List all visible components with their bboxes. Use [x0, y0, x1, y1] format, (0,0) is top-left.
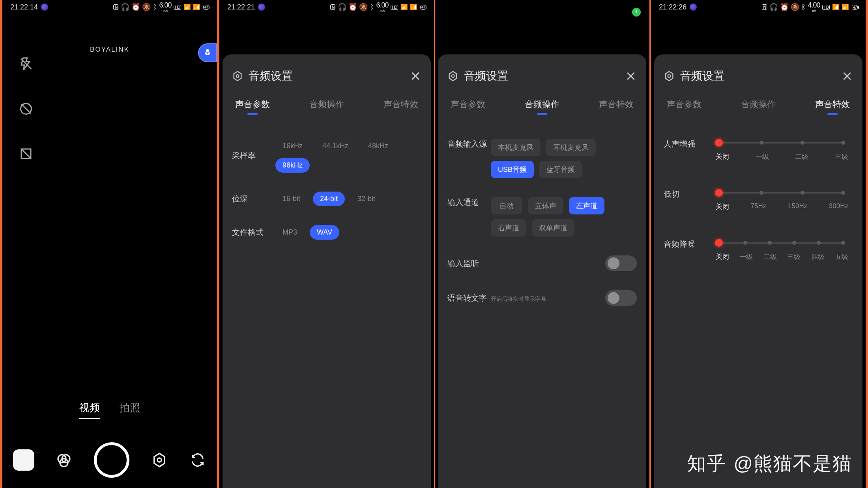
tab-sound-params[interactable]: 声音参数	[235, 99, 270, 115]
close-icon	[625, 70, 637, 82]
opt-44khz[interactable]: 44.1kHz	[315, 139, 355, 153]
row-speech-to-text: 语音转文字 开启后将实时显示字幕	[447, 290, 637, 306]
timer-off-icon	[19, 102, 33, 116]
sheet-title: 音频设置	[464, 69, 619, 84]
grid-off-icon	[19, 147, 33, 161]
alarm-icon: ⏰	[348, 3, 357, 11]
row-file-format: 文件格式 MP3 WAV	[232, 225, 421, 240]
mute-icon: 🔕	[142, 3, 150, 11]
svg-marker-9	[449, 71, 457, 80]
settings-screen-fx: 21:22:26 N 🎧 ⏰ 🔕 ᛒ 4.00K/s HD 📶 📶 47 音频设…	[651, 0, 866, 488]
flash-off-button[interactable]	[17, 55, 35, 73]
audio-settings-sheet: 音频设置 声音参数 音频操作 声音特效 人声增强 关闭	[654, 54, 862, 488]
tab-audio-ops[interactable]: 音频操作	[525, 99, 559, 115]
wifi-icon: 📶	[400, 4, 408, 11]
gear-icon	[152, 452, 167, 468]
row-input-channel: 输入通道 自动 立体声 左声道 右声道 双单声道	[447, 197, 637, 237]
gear-icon	[447, 71, 458, 82]
switch-camera-button[interactable]	[189, 451, 206, 469]
label-input-monitor: 输入监听	[447, 258, 479, 269]
opt-stereo[interactable]: 立体声	[528, 197, 563, 214]
slider-noise-reduction[interactable]	[719, 239, 845, 247]
opt-auto[interactable]: 自动	[491, 197, 522, 214]
battery-icon: 47	[852, 5, 858, 10]
tab-audio-ops[interactable]: 音频操作	[309, 99, 344, 115]
gallery-thumbnail[interactable]	[13, 449, 34, 471]
close-icon	[410, 70, 421, 82]
tab-sound-params[interactable]: 声音参数	[667, 99, 702, 115]
close-button[interactable]	[625, 70, 637, 82]
tab-sound-fx[interactable]: 声音特效	[383, 99, 418, 115]
status-bar: 21:22:14 N 🎧 ⏰ 🔕 ᛒ 6.00K/s HD 📶 📶 47	[2, 0, 217, 14]
svg-marker-5	[154, 453, 165, 466]
opt-48khz[interactable]: 48kHz	[361, 139, 395, 153]
opt-headset-mic[interactable]: 耳机麦克风	[546, 139, 596, 156]
opt-right[interactable]: 右声道	[491, 219, 526, 237]
close-button[interactable]	[410, 70, 421, 82]
slider-voice-enhance[interactable]	[719, 139, 845, 147]
mic-bubble-button[interactable]	[198, 43, 217, 62]
tab-sound-params[interactable]: 声音参数	[451, 99, 485, 115]
filters-button[interactable]	[55, 451, 73, 469]
opt-16khz[interactable]: 16kHz	[275, 139, 310, 153]
nfc-icon: N	[330, 4, 335, 10]
label-voice-enhance: 人声增强	[664, 139, 699, 149]
bluetooth-icon: ᛒ	[801, 3, 805, 11]
assistant-dot-icon	[41, 4, 48, 11]
opt-left[interactable]: 左声道	[569, 197, 604, 214]
tab-audio-ops[interactable]: 音频操作	[741, 99, 776, 115]
grid-off-button[interactable]	[17, 145, 35, 162]
opt-bt-audio[interactable]: 蓝牙音频	[539, 161, 582, 178]
battery-icon: 47	[420, 5, 426, 10]
audio-settings-sheet: 音频设置 声音参数 音频操作 声音特效 音频输入源 本机麦克风 耳机麦克风 US…	[438, 54, 646, 488]
shutter-button[interactable]	[94, 442, 129, 478]
hd-icon: HD	[391, 5, 398, 10]
opt-mp3[interactable]: MP3	[275, 225, 304, 240]
svg-point-8	[236, 75, 239, 78]
watermark: 知乎 @熊猫不是猫	[687, 451, 852, 476]
row-bit-depth: 位深 16-bit 24-bit 32-bit	[232, 192, 421, 206]
signal-icon: 📶	[410, 4, 417, 11]
settings-button[interactable]	[151, 451, 168, 469]
settings-tabs: 声音参数 音频操作 声音特效	[235, 99, 418, 115]
opt-16bit[interactable]: 16-bit	[275, 192, 307, 206]
svg-point-10	[452, 75, 455, 78]
label-file-format: 文件格式	[232, 227, 275, 238]
svg-point-12	[668, 75, 671, 78]
fx-low-cut: 低切 关闭 75Hz 150Hz 300Hz	[664, 189, 853, 211]
status-right: N 🎧 ⏰ 🔕 ᛒ 6.00K/s HD 📶 📶 47	[113, 1, 209, 13]
switch-input-monitor[interactable]	[605, 255, 637, 271]
app-title: BOYALINK	[2, 46, 217, 54]
hd-icon: HD	[174, 5, 181, 10]
timer-off-button[interactable]	[17, 100, 35, 117]
audio-settings-sheet: 音频设置 声音参数 音频操作 声音特效 采样率 16kHz 44.1kHz 48…	[223, 54, 431, 488]
switch-camera-icon	[190, 452, 206, 468]
status-time: 21:22:26	[659, 3, 687, 11]
status-right: N 🎧 ⏰ 🔕 ᛒ 6.00K/s HD 📶 📶 47	[330, 1, 426, 13]
mode-video[interactable]: 视频	[79, 401, 100, 419]
signal-icon: 📶	[842, 4, 849, 11]
mute-icon: 🔕	[791, 3, 799, 11]
tab-sound-fx[interactable]: 声音特效	[815, 99, 850, 115]
opt-24bit[interactable]: 24-bit	[313, 192, 345, 206]
status-bar: 21:22:21 N 🎧 ⏰ 🔕 ᛒ 6.00K/s HD 📶 📶 47	[219, 0, 434, 14]
mode-photo[interactable]: 拍照	[120, 401, 140, 419]
zhihu-logo: 知乎	[687, 451, 726, 476]
label-low-cut: 低切	[664, 189, 699, 199]
opt-device-mic[interactable]: 本机麦克风	[491, 139, 541, 156]
close-button[interactable]	[841, 70, 853, 82]
nfc-icon: N	[762, 4, 767, 10]
opt-dual-mono[interactable]: 双单声道	[532, 219, 574, 237]
battery-icon: 47	[203, 5, 209, 10]
slider-low-cut[interactable]	[719, 189, 845, 197]
tab-sound-fx[interactable]: 声音特效	[599, 99, 634, 115]
opt-32bit[interactable]: 32-bit	[350, 192, 382, 206]
camera-screen: 21:22:14 N 🎧 ⏰ 🔕 ᛒ 6.00K/s HD 📶 📶 47 BOY…	[2, 0, 217, 488]
opt-wav[interactable]: WAV	[310, 225, 339, 240]
bluetooth-icon: ᛒ	[370, 3, 374, 11]
opt-usb-audio[interactable]: USB音频	[491, 161, 534, 178]
flash-off-icon	[19, 57, 33, 71]
switch-speech-to-text[interactable]	[605, 290, 637, 306]
status-bar: 21:22:26 N 🎧 ⏰ 🔕 ᛒ 4.00K/s HD 📶 📶 47	[651, 0, 866, 14]
opt-96khz[interactable]: 96kHz	[275, 158, 310, 173]
